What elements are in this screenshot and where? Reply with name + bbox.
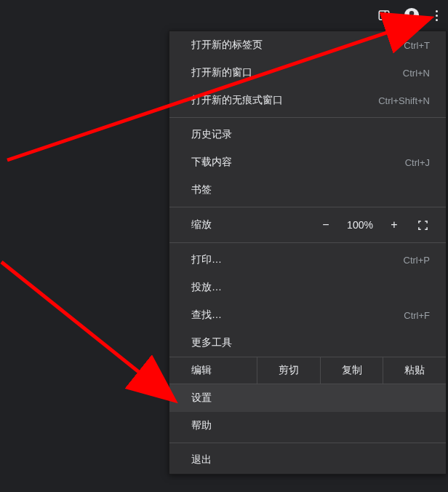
side-panel-icon[interactable] [377,9,391,22]
edit-cut-button[interactable]: 剪切 [257,357,320,384]
menu-separator [169,207,446,207]
profile-icon[interactable] [404,7,420,23]
menu-item-label: 投放… [191,281,222,294]
edit-copy-button[interactable]: 复制 [320,357,383,384]
menu-item-label: 打开新的标签页 [191,39,263,52]
menu-item-label: 打印… [191,253,222,266]
menu-item-label: 打开新的无痕式窗口 [191,94,283,107]
fullscreen-icon[interactable] [408,220,437,231]
edit-label: 编辑 [169,357,257,384]
menu-new-window[interactable]: 打开新的窗口 Ctrl+N [169,59,446,87]
menu-bookmarks[interactable]: 书签 [169,176,446,204]
menu-separator [169,242,446,243]
svg-rect-0 [379,11,389,20]
menu-item-shortcut: Ctrl+Shift+N [378,95,430,106]
menu-zoom-row: 缩放 − 100% + [169,210,446,239]
edit-paste-button[interactable]: 粘贴 [383,357,446,384]
zoom-out-button[interactable]: − [312,218,340,231]
menu-item-label: 打开新的窗口 [191,66,252,79]
menu-item-label: 帮助 [191,419,212,432]
menu-new-incognito[interactable]: 打开新的无痕式窗口 Ctrl+Shift+N [169,87,446,114]
menu-history[interactable]: 历史记录 [169,121,446,148]
zoom-percentage: 100% [340,219,380,231]
menu-more-tools[interactable]: 更多工具 [169,329,446,357]
zoom-label: 缩放 [191,218,249,231]
menu-item-shortcut: Ctrl+J [405,157,430,168]
menu-separator [169,117,446,118]
browser-main-menu: 打开新的标签页 Ctrl+T 打开新的窗口 Ctrl+N 打开新的无痕式窗口 C… [169,31,447,475]
menu-item-shortcut: Ctrl+P [404,255,430,266]
menu-settings[interactable]: 设置 [169,384,446,412]
menu-downloads[interactable]: 下载内容 Ctrl+J [169,148,446,176]
menu-item-label: 下载内容 [191,156,232,169]
menu-item-label: 查找… [191,309,222,322]
menu-help[interactable]: 帮助 [169,412,446,440]
menu-separator [169,443,446,443]
menu-find[interactable]: 查找… Ctrl+F [169,301,446,329]
menu-item-label: 历史记录 [191,128,232,141]
menu-item-label: 设置 [191,392,212,405]
menu-edit-row: 编辑 剪切 复制 粘贴 [169,357,446,384]
menu-item-shortcut: Ctrl+T [404,40,430,51]
menu-new-tab[interactable]: 打开新的标签页 Ctrl+T [169,31,446,59]
browser-toolbar-right [377,0,448,31]
menu-cast[interactable]: 投放… [169,274,446,301]
menu-item-label: 书签 [191,183,212,197]
more-menu-icon[interactable] [433,7,441,24]
menu-item-label: 更多工具 [191,336,232,349]
menu-exit[interactable]: 退出 [169,446,446,474]
zoom-in-button[interactable]: + [380,218,408,231]
menu-item-label: 退出 [191,453,212,467]
menu-print[interactable]: 打印… Ctrl+P [169,246,446,274]
menu-item-shortcut: Ctrl+N [403,68,430,79]
svg-line-5 [1,262,172,399]
svg-point-3 [409,11,414,15]
menu-item-shortcut: Ctrl+F [404,310,430,321]
